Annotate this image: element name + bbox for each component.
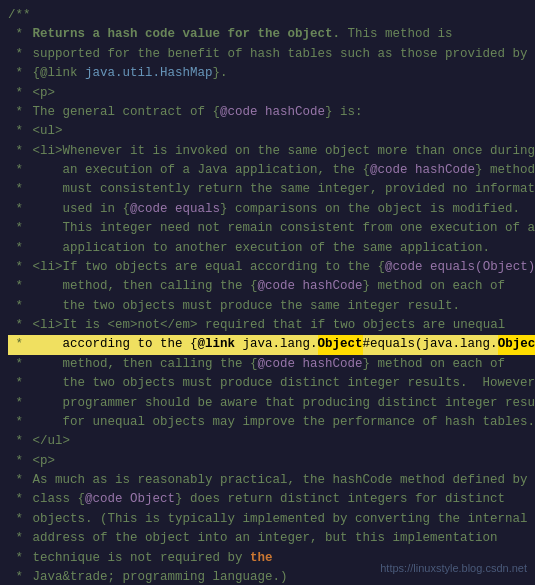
line-13: * application to another execution of th… <box>8 239 527 258</box>
line-10: * must consistently return the same inte… <box>8 180 527 199</box>
line-14: * <li>If two objects are equal according… <box>8 258 527 277</box>
line-1: /** <box>8 6 527 25</box>
line-19: * method, then calling the {@code hashCo… <box>8 355 527 374</box>
line-5: * <p> <box>8 84 527 103</box>
line-20: * the two objects must produce distinct … <box>8 374 527 393</box>
italic-text: not <box>138 316 161 335</box>
line-15: * method, then calling the {@code hashCo… <box>8 277 527 296</box>
line-7: * <ul> <box>8 122 527 141</box>
line-24: * <p> <box>8 452 527 471</box>
line-28: * address of the object into an integer,… <box>8 529 527 548</box>
line-27: * objects. (This is typically implemente… <box>8 510 527 529</box>
line-21: * programmer should be aware that produc… <box>8 394 527 413</box>
line-17: * <li>It is <em>not</em> required that i… <box>8 316 527 335</box>
code-viewer: /** * Returns a hash code value for the … <box>0 0 535 585</box>
watermark: https://linuxstyle.blog.csdn.net <box>380 560 527 577</box>
line-12: * This integer need not remain consisten… <box>8 219 527 238</box>
line-23: * </ul> <box>8 432 527 451</box>
line-11: * used in {@code equals} comparisons on … <box>8 200 527 219</box>
line-3: * supported for the benefit of hash tabl… <box>8 45 527 64</box>
comment-open: /** <box>8 6 31 25</box>
line-2: * Returns a hash code value for the obje… <box>8 25 527 44</box>
line-18-highlight: * according to the {@link java.lang.Obje… <box>8 335 527 354</box>
line-26: * class {@code Object} does return disti… <box>8 490 527 509</box>
line-25: * As much as is reasonably practical, th… <box>8 471 527 490</box>
line-16: * the two objects must produce the same … <box>8 297 527 316</box>
line-4: * {@link java.util.HashMap}. <box>8 64 527 83</box>
line-6: * The general contract of {@code hashCod… <box>8 103 527 122</box>
line-8: * <li>Whenever it is invoked on the same… <box>8 142 527 161</box>
line-9: * an execution of a Java application, th… <box>8 161 527 180</box>
line-22: * for unequal objects may improve the pe… <box>8 413 527 432</box>
